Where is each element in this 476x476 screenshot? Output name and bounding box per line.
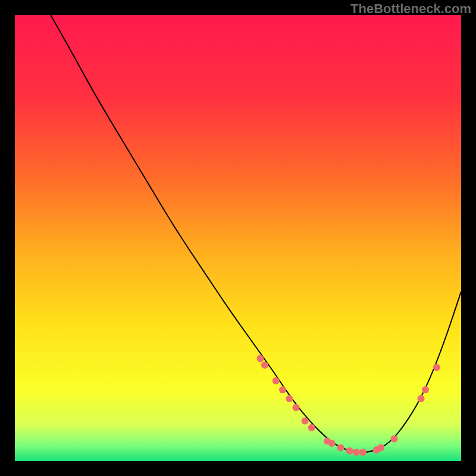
highlight-dot <box>353 449 360 456</box>
highlight-dot <box>261 362 268 369</box>
highlight-dot <box>279 386 286 393</box>
highlight-dot <box>359 449 367 456</box>
gradient-background <box>15 15 461 461</box>
highlight-dot <box>308 424 315 431</box>
highlight-dot <box>346 447 353 455</box>
highlight-dot <box>293 404 300 411</box>
highlight-dot <box>422 386 429 393</box>
highlight-dot <box>337 444 345 452</box>
plot-area <box>15 15 461 461</box>
watermark-text: TheBottleneck.com <box>350 1 471 17</box>
chart-frame: TheBottleneck.com <box>0 0 476 476</box>
highlight-dot <box>328 440 336 447</box>
highlight-dot <box>433 364 440 371</box>
highlight-dot <box>273 377 280 384</box>
highlight-dot <box>418 395 425 402</box>
chart-svg <box>15 15 461 461</box>
highlight-dot <box>377 444 384 452</box>
highlight-dot <box>302 418 309 425</box>
highlight-dot <box>286 395 293 402</box>
highlight-dot <box>257 355 264 362</box>
highlight-dot <box>391 436 398 443</box>
